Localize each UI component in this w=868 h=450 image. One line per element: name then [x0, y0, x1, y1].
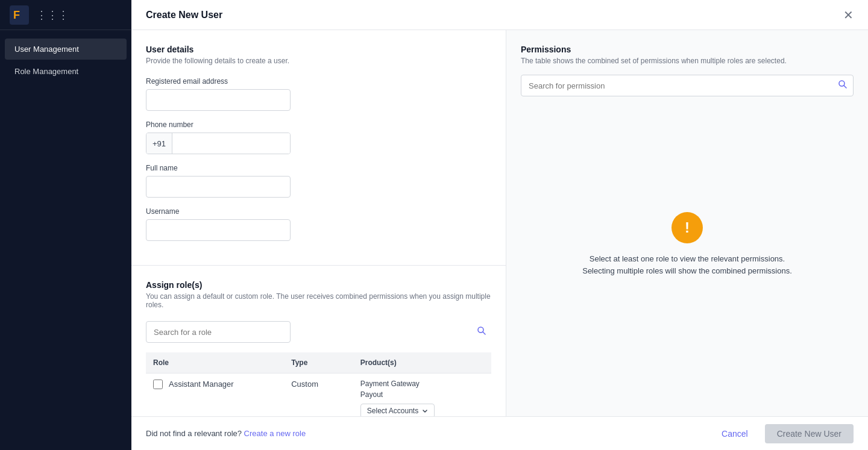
create-role-link[interactable]: Create a new role	[244, 429, 306, 438]
col-type: Type	[284, 352, 353, 373]
permissions-empty-state: ! Select at least one role to view the r…	[521, 111, 854, 402]
chevron-down-icon	[422, 408, 428, 414]
role-type-cell: Custom	[284, 373, 353, 417]
role-products-cell: Payment Gateway Payout Select Accounts	[353, 373, 491, 417]
product-payment-gateway: Payment Gateway	[360, 380, 484, 388]
modal-overlay: Create New User ✕ User details Provide t…	[131, 0, 868, 450]
fullname-input[interactable]	[146, 176, 291, 198]
table-row: Assistant Manager Custom Payment Gateway…	[146, 373, 491, 417]
user-details-title: User details	[146, 45, 491, 54]
username-input[interactable]	[146, 219, 291, 241]
footer-actions: Cancel Create New User	[712, 424, 854, 443]
role-type-custom: Custom	[291, 380, 318, 389]
user-details-section: User details Provide the following detai…	[131, 30, 506, 266]
phone-label: Phone number	[146, 120, 491, 129]
svg-line-5	[844, 86, 846, 88]
user-details-subtitle: Provide the following details to create …	[146, 57, 491, 65]
assign-roles-title: Assign role(s)	[146, 280, 491, 290]
grid-icon[interactable]: ⋮⋮⋮	[36, 8, 69, 22]
permissions-subtitle: The table shows the combined set of perm…	[521, 57, 854, 65]
svg-line-3	[483, 332, 485, 334]
modal-footer: Did not find a relevant role? Create a n…	[131, 416, 868, 450]
role-name-assistant-manager: Assistant Manager	[169, 380, 234, 389]
modal-body: User details Provide the following detai…	[131, 30, 868, 416]
product-payout: Payout	[360, 390, 484, 399]
main-content: Create New User ✕ User details Provide t…	[131, 0, 868, 450]
empty-state-text: Select at least one role to view the rel…	[573, 253, 802, 277]
role-name-cell: Assistant Manager	[146, 373, 284, 417]
col-products: Product(s)	[353, 352, 491, 373]
sidebar-item-role-management[interactable]: Role Management	[5, 61, 127, 82]
logo-icon: F	[10, 5, 29, 25]
sidebar-header: F ⋮⋮⋮	[0, 0, 131, 30]
email-form-group: Registered email address	[146, 77, 491, 111]
create-user-modal: Create New User ✕ User details Provide t…	[131, 0, 868, 450]
sidebar-nav: User Management Role Management	[0, 30, 131, 90]
footer-hint-text: Did not find a relevant role?	[146, 429, 242, 438]
search-role-input[interactable]	[146, 321, 291, 343]
username-form-group: Username	[146, 207, 491, 241]
left-panel: User details Provide the following detai…	[131, 30, 506, 416]
modal-title: Create New User	[146, 10, 222, 20]
search-permission-input[interactable]	[521, 75, 854, 96]
email-input[interactable]	[146, 89, 291, 111]
assign-roles-subtitle: You can assign a default or custom role.…	[146, 292, 491, 309]
search-permission-icon	[838, 80, 848, 92]
fullname-form-group: Full name	[146, 164, 491, 198]
email-label: Registered email address	[146, 77, 491, 86]
select-accounts-label: Select Accounts	[367, 407, 418, 415]
sidebar-item-user-management[interactable]: User Management	[5, 39, 127, 60]
search-permission-container	[521, 75, 854, 96]
search-role-container	[146, 321, 491, 343]
permissions-title: Permissions	[521, 45, 854, 54]
username-label: Username	[146, 207, 491, 216]
roles-table: Role Type Product(s)	[146, 352, 491, 416]
fullname-label: Full name	[146, 164, 491, 172]
modal-header: Create New User ✕	[131, 0, 868, 30]
col-role: Role	[146, 352, 284, 373]
phone-number-input[interactable]	[172, 133, 290, 154]
create-new-user-button[interactable]: Create New User	[765, 424, 854, 443]
phone-prefix: +91	[146, 133, 172, 154]
assign-roles-section: Assign role(s) You can assign a default …	[131, 266, 506, 416]
footer-hint: Did not find a relevant role? Create a n…	[146, 429, 306, 438]
cancel-button[interactable]: Cancel	[712, 424, 758, 443]
phone-form-group: Phone number +91	[146, 120, 491, 154]
select-accounts-button[interactable]: Select Accounts	[360, 404, 435, 416]
phone-input-group: +91	[146, 133, 291, 154]
search-role-button[interactable]	[477, 326, 486, 338]
close-button[interactable]: ✕	[843, 8, 854, 22]
table-header-row: Role Type Product(s)	[146, 352, 491, 373]
sidebar: F ⋮⋮⋮ User Management Role Management	[0, 0, 131, 450]
role-checkbox-assistant-manager[interactable]	[153, 380, 163, 389]
right-panel: Permissions The table shows the combined…	[506, 30, 868, 416]
warning-icon: !	[671, 212, 703, 243]
svg-text:F: F	[13, 9, 20, 21]
